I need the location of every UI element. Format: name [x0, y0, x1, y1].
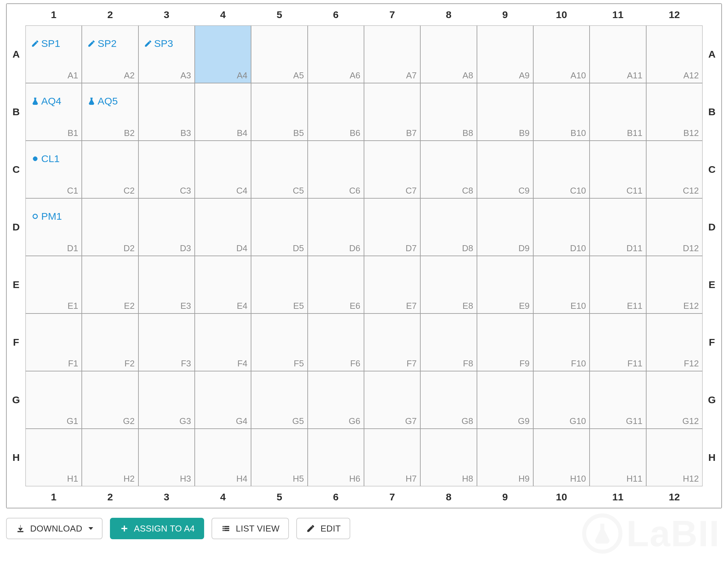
well-B5[interactable]: B5	[251, 83, 307, 141]
well-D3[interactable]: D3	[138, 198, 195, 256]
well-F12[interactable]: F12	[646, 313, 703, 371]
well-C1[interactable]: C1CL1	[25, 141, 82, 198]
well-F9[interactable]: F9	[477, 313, 533, 371]
well-B7[interactable]: B7	[364, 83, 420, 141]
sample-chip[interactable]: SP1	[31, 38, 60, 49]
well-F2[interactable]: F2	[82, 313, 138, 371]
well-H10[interactable]: H10	[533, 429, 590, 486]
well-H4[interactable]: H4	[195, 429, 251, 486]
well-D5[interactable]: D5	[251, 198, 307, 256]
well-A4[interactable]: A4	[195, 25, 251, 83]
well-D4[interactable]: D4	[195, 198, 251, 256]
well-F3[interactable]: F3	[138, 313, 195, 371]
well-A3[interactable]: A3SP3	[138, 25, 195, 83]
well-G2[interactable]: G2	[82, 371, 138, 429]
sample-chip[interactable]: AQ4	[31, 95, 61, 107]
list-view-button[interactable]: LIST VIEW	[211, 518, 289, 539]
well-H3[interactable]: H3	[138, 429, 195, 486]
well-D6[interactable]: D6	[308, 198, 364, 256]
well-H1[interactable]: H1	[25, 429, 82, 486]
well-E5[interactable]: E5	[251, 256, 307, 313]
well-E6[interactable]: E6	[308, 256, 364, 313]
well-A7[interactable]: A7	[364, 25, 420, 83]
well-D8[interactable]: D8	[420, 198, 477, 256]
well-C10[interactable]: C10	[533, 141, 590, 198]
well-F8[interactable]: F8	[420, 313, 477, 371]
well-D2[interactable]: D2	[82, 198, 138, 256]
well-G1[interactable]: G1	[25, 371, 82, 429]
well-B1[interactable]: B1AQ4	[25, 83, 82, 141]
well-B4[interactable]: B4	[195, 83, 251, 141]
well-G10[interactable]: G10	[533, 371, 590, 429]
well-E3[interactable]: E3	[138, 256, 195, 313]
well-G9[interactable]: G9	[477, 371, 533, 429]
well-C7[interactable]: C7	[364, 141, 420, 198]
edit-button[interactable]: EDIT	[296, 518, 350, 539]
well-G7[interactable]: G7	[364, 371, 420, 429]
well-H7[interactable]: H7	[364, 429, 420, 486]
well-D11[interactable]: D11	[590, 198, 646, 256]
well-B3[interactable]: B3	[138, 83, 195, 141]
well-C3[interactable]: C3	[138, 141, 195, 198]
download-button[interactable]: DOWNLOAD	[6, 518, 103, 539]
sample-chip[interactable]: SP3	[143, 38, 173, 49]
well-C8[interactable]: C8	[420, 141, 477, 198]
well-H2[interactable]: H2	[82, 429, 138, 486]
well-F5[interactable]: F5	[251, 313, 307, 371]
well-A12[interactable]: A12	[646, 25, 703, 83]
well-G11[interactable]: G11	[590, 371, 646, 429]
well-B11[interactable]: B11	[590, 83, 646, 141]
well-B8[interactable]: B8	[420, 83, 477, 141]
well-D10[interactable]: D10	[533, 198, 590, 256]
well-A5[interactable]: A5	[251, 25, 307, 83]
well-H8[interactable]: H8	[420, 429, 477, 486]
well-D12[interactable]: D12	[646, 198, 703, 256]
well-E9[interactable]: E9	[477, 256, 533, 313]
well-H9[interactable]: H9	[477, 429, 533, 486]
well-E10[interactable]: E10	[533, 256, 590, 313]
sample-chip[interactable]: PM1	[31, 211, 62, 222]
well-B12[interactable]: B12	[646, 83, 703, 141]
well-H6[interactable]: H6	[308, 429, 364, 486]
well-C12[interactable]: C12	[646, 141, 703, 198]
well-A2[interactable]: A2SP2	[82, 25, 138, 83]
sample-chip[interactable]: CL1	[31, 153, 60, 164]
well-B6[interactable]: B6	[308, 83, 364, 141]
well-A1[interactable]: A1SP1	[25, 25, 82, 83]
well-F10[interactable]: F10	[533, 313, 590, 371]
well-F7[interactable]: F7	[364, 313, 420, 371]
well-A11[interactable]: A11	[590, 25, 646, 83]
well-E4[interactable]: E4	[195, 256, 251, 313]
well-B2[interactable]: B2AQ5	[82, 83, 138, 141]
well-C9[interactable]: C9	[477, 141, 533, 198]
well-G12[interactable]: G12	[646, 371, 703, 429]
well-B10[interactable]: B10	[533, 83, 590, 141]
well-F4[interactable]: F4	[195, 313, 251, 371]
assign-button[interactable]: ASSIGN TO A4	[110, 518, 204, 539]
well-A10[interactable]: A10	[533, 25, 590, 83]
well-G6[interactable]: G6	[308, 371, 364, 429]
well-A8[interactable]: A8	[420, 25, 477, 83]
well-G5[interactable]: G5	[251, 371, 307, 429]
well-B9[interactable]: B9	[477, 83, 533, 141]
well-H12[interactable]: H12	[646, 429, 703, 486]
well-G8[interactable]: G8	[420, 371, 477, 429]
well-A6[interactable]: A6	[308, 25, 364, 83]
well-E2[interactable]: E2	[82, 256, 138, 313]
well-E12[interactable]: E12	[646, 256, 703, 313]
well-E11[interactable]: E11	[590, 256, 646, 313]
well-C6[interactable]: C6	[308, 141, 364, 198]
well-H5[interactable]: H5	[251, 429, 307, 486]
well-G4[interactable]: G4	[195, 371, 251, 429]
well-E7[interactable]: E7	[364, 256, 420, 313]
well-G3[interactable]: G3	[138, 371, 195, 429]
well-C5[interactable]: C5	[251, 141, 307, 198]
well-C11[interactable]: C11	[590, 141, 646, 198]
well-D7[interactable]: D7	[364, 198, 420, 256]
well-C2[interactable]: C2	[82, 141, 138, 198]
well-C4[interactable]: C4	[195, 141, 251, 198]
sample-chip[interactable]: AQ5	[87, 95, 118, 107]
well-H11[interactable]: H11	[590, 429, 646, 486]
well-A9[interactable]: A9	[477, 25, 533, 83]
well-D9[interactable]: D9	[477, 198, 533, 256]
